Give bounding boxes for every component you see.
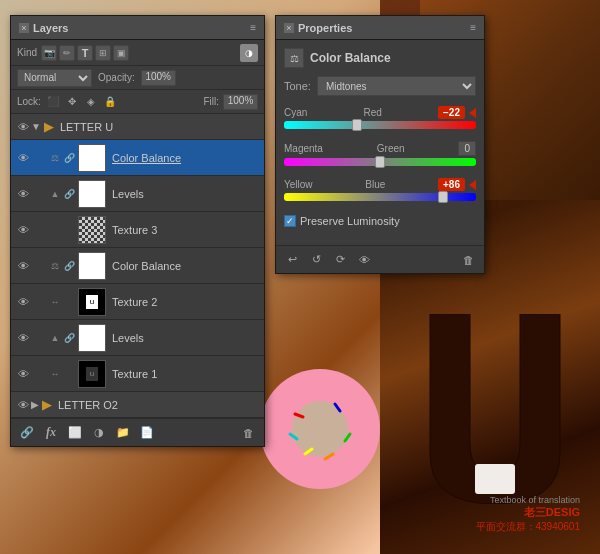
opacity-value[interactable]: 100% bbox=[141, 70, 176, 86]
cyan-red-thumb[interactable] bbox=[352, 119, 362, 131]
layer-tx3-eye[interactable]: 👁 bbox=[15, 222, 31, 238]
props-subtitle-row: ⚖ Color Balance bbox=[284, 48, 476, 68]
lock-label: Lock: bbox=[17, 96, 41, 107]
properties-close-button[interactable]: × bbox=[284, 23, 294, 33]
layer-tx3-thumb bbox=[78, 216, 106, 244]
yellow-blue-arrow bbox=[469, 180, 476, 190]
layers-menu-icon[interactable]: ≡ bbox=[250, 22, 256, 33]
magenta-green-track bbox=[284, 158, 476, 166]
layers-panel-title: Layers bbox=[33, 22, 68, 34]
magenta-label: Magenta bbox=[284, 143, 323, 154]
layer-tx3-icon bbox=[47, 222, 63, 238]
layer-lv2-chain: 🔗 bbox=[63, 332, 75, 344]
toolbar-delete-icon[interactable]: 🗑 bbox=[238, 423, 258, 443]
layer-texture-1[interactable]: 👁 ↔ u Texture 1 bbox=[11, 356, 264, 392]
tone-select[interactable]: Midtones Shadows Highlights bbox=[317, 76, 476, 96]
toolbar-mask-icon[interactable]: ⬜ bbox=[65, 423, 85, 443]
filter-icon-adjustment[interactable]: ✏ bbox=[59, 45, 75, 61]
svg-rect-8 bbox=[475, 464, 515, 494]
group-letter-u-eye[interactable]: 👁 bbox=[15, 119, 31, 135]
lock-icon-pixel[interactable]: ⬛ bbox=[45, 94, 61, 110]
blend-mode-select[interactable]: Normal bbox=[17, 69, 92, 87]
group-letter-u-header[interactable]: 👁 ▼ ▶ LETTER U bbox=[11, 114, 264, 140]
props-toolbar-prev[interactable]: ↩ bbox=[282, 250, 302, 270]
props-header-left: × Properties bbox=[284, 22, 352, 34]
group-letter-o2-header[interactable]: 👁 ▶ ▶ LETTER O2 bbox=[11, 392, 264, 418]
layer-cb2-eye[interactable]: 👁 bbox=[15, 258, 31, 274]
layer-tx1-eye[interactable]: 👁 bbox=[15, 366, 31, 382]
watermark-line3: 平面交流群：43940601 bbox=[476, 520, 581, 534]
layer-texture-2[interactable]: 👁 ↔ u Texture 2 bbox=[11, 284, 264, 320]
properties-panel: × Properties ≡ ⚖ Color Balance Tone: Mid… bbox=[275, 15, 485, 274]
properties-menu-icon[interactable]: ≡ bbox=[470, 22, 476, 33]
lock-icon-artboard[interactable]: ◈ bbox=[83, 94, 99, 110]
layer-lv2-name: Levels bbox=[112, 332, 260, 344]
layer-levels-1[interactable]: 👁 ▲ 🔗 Levels bbox=[11, 176, 264, 212]
cyan-red-value[interactable]: −22 bbox=[438, 106, 465, 119]
filter-icon-pixel[interactable]: 📷 bbox=[41, 45, 57, 61]
layer-lv2-eye[interactable]: 👁 bbox=[15, 330, 31, 346]
layer-cb1-thumb bbox=[78, 144, 106, 172]
layer-lv1-chain: 🔗 bbox=[63, 188, 75, 200]
magenta-green-value[interactable]: 0 bbox=[458, 141, 476, 156]
layer-cb1-name: Color Balance bbox=[112, 152, 260, 164]
filter-icon-shape[interactable]: ⊞ bbox=[95, 45, 111, 61]
toolbar-fx-button[interactable]: fx bbox=[41, 423, 61, 443]
lock-icons-group: ⬛ ✥ ◈ 🔒 bbox=[45, 94, 118, 110]
layer-tx1-chain bbox=[63, 368, 75, 380]
blend-mode-row: Normal Opacity: 100% bbox=[11, 66, 264, 90]
blue-label: Blue bbox=[365, 179, 385, 190]
yellow-blue-thumb[interactable] bbox=[438, 191, 448, 203]
cyan-red-arrow bbox=[469, 108, 476, 118]
magenta-green-slider-row: Magenta Green 0 bbox=[284, 141, 476, 170]
props-toolbar: ↩ ↺ ⟳ 👁 🗑 bbox=[276, 245, 484, 273]
group-letter-u-name: LETTER U bbox=[60, 121, 260, 133]
preserve-label: Preserve Luminosity bbox=[300, 215, 400, 227]
toolbar-group-icon[interactable]: 📁 bbox=[113, 423, 133, 443]
filter-icon-type[interactable]: T bbox=[77, 45, 93, 61]
properties-panel-header: × Properties ≡ bbox=[276, 16, 484, 40]
toolbar-new-layer-icon[interactable]: 📄 bbox=[137, 423, 157, 443]
layer-texture-3[interactable]: 👁 Texture 3 bbox=[11, 212, 264, 248]
lock-icon-all[interactable]: 🔒 bbox=[102, 94, 118, 110]
watermark-line1: Textbook of translation bbox=[476, 495, 581, 505]
watermark-area: Textbook of translation 老三DESIG 平面交流群：43… bbox=[476, 495, 581, 534]
yellow-blue-value[interactable]: +86 bbox=[438, 178, 465, 191]
tone-row: Tone: Midtones Shadows Highlights bbox=[284, 76, 476, 96]
toolbar-link-icon[interactable]: 🔗 bbox=[17, 423, 37, 443]
magenta-green-labels: Magenta Green 0 bbox=[284, 141, 476, 156]
layer-cb2-adjust-icon: ⚖ bbox=[47, 258, 63, 274]
layer-lv1-name: Levels bbox=[112, 188, 260, 200]
props-toolbar-refresh[interactable]: ↺ bbox=[306, 250, 326, 270]
magenta-green-thumb[interactable] bbox=[375, 156, 385, 168]
layer-lv1-eye[interactable]: 👁 bbox=[15, 186, 31, 202]
yellow-blue-slider[interactable] bbox=[284, 193, 476, 205]
group-letter-o2-folder-icon: ▶ bbox=[42, 397, 52, 412]
group-letter-o2-eye[interactable]: 👁 bbox=[15, 397, 31, 413]
yellow-blue-track bbox=[284, 193, 476, 201]
group-letter-u-arrow[interactable]: ▼ bbox=[31, 121, 41, 132]
properties-panel-title: Properties bbox=[298, 22, 352, 34]
lock-icon-move[interactable]: ✥ bbox=[64, 94, 80, 110]
filter-icon-smart[interactable]: ▣ bbox=[113, 45, 129, 61]
layer-cb1-eye[interactable]: 👁 bbox=[15, 150, 31, 166]
props-toolbar-eye[interactable]: 👁 bbox=[354, 250, 374, 270]
layers-close-button[interactable]: × bbox=[19, 23, 29, 33]
props-toolbar-delete[interactable]: 🗑 bbox=[458, 250, 478, 270]
toolbar-adjustment-icon[interactable]: ◑ bbox=[89, 423, 109, 443]
layer-color-balance-2[interactable]: 👁 ⚖ 🔗 Color Balance bbox=[11, 248, 264, 284]
layer-tx1-thumb: u bbox=[78, 360, 106, 388]
yellow-label: Yellow bbox=[284, 179, 313, 190]
layer-color-balance-1[interactable]: 👁 ⚖ 🔗 Color Balance bbox=[11, 140, 264, 176]
fill-value[interactable]: 100% bbox=[223, 94, 258, 110]
lock-row: Lock: ⬛ ✥ ◈ 🔒 Fill: 100% bbox=[11, 90, 264, 114]
magenta-green-slider[interactable] bbox=[284, 158, 476, 170]
layer-tx2-eye[interactable]: 👁 bbox=[15, 294, 31, 310]
props-toolbar-history[interactable]: ⟳ bbox=[330, 250, 350, 270]
cyan-red-slider[interactable] bbox=[284, 121, 476, 133]
group-letter-o2-arrow[interactable]: ▶ bbox=[31, 399, 39, 410]
layer-levels-2[interactable]: 👁 ▲ 🔗 Levels bbox=[11, 320, 264, 356]
layer-cb2-name: Color Balance bbox=[112, 260, 260, 272]
preserve-checkbox[interactable]: ✓ bbox=[284, 215, 296, 227]
filter-toggle[interactable]: ◑ bbox=[240, 44, 258, 62]
